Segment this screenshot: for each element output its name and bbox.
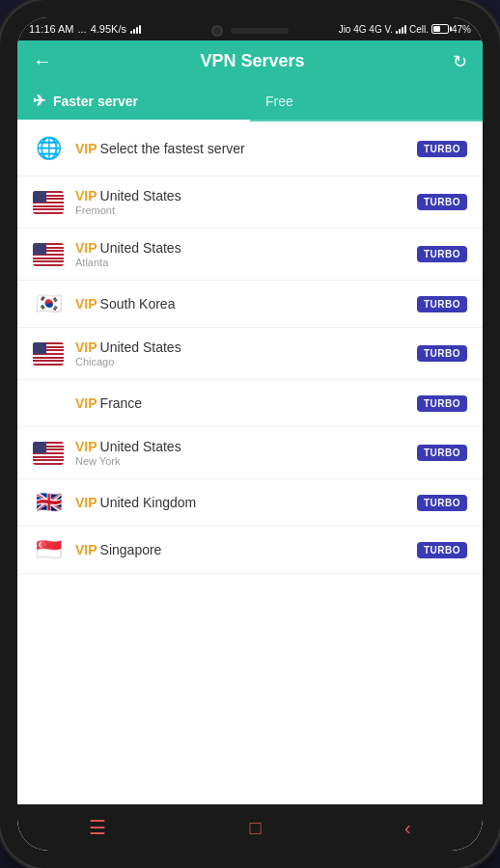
server-item-us-chicago[interactable]: VIPUnited States Chicago TURBO	[17, 328, 483, 380]
server-item-us-atlanta[interactable]: VIPUnited States Atlanta TURBO	[17, 229, 483, 281]
server-sublabel-us-chicago: Chicago	[75, 356, 405, 367]
turbo-badge-uk: TURBO	[417, 495, 467, 511]
server-item-sg[interactable]: 🇸🇬 VIPSingapore TURBO	[17, 527, 483, 574]
vip-label-sg: VIP	[75, 542, 97, 557]
flag-fr	[33, 392, 64, 415]
nav-home-button[interactable]: □	[231, 809, 281, 847]
back-button[interactable]: ←	[33, 50, 52, 72]
server-item-uk[interactable]: 🇬🇧 VIPUnited Kingdom TURBO	[17, 479, 483, 527]
globe-icon: 🌐	[33, 133, 64, 164]
flag-us-atlanta	[33, 243, 64, 266]
camera-dot	[211, 25, 223, 37]
turbo-badge-us-atlanta: TURBO	[417, 246, 467, 262]
server-title-kr: South Korea	[100, 296, 176, 312]
tab-faster[interactable]: ✈ Faster server	[17, 82, 250, 120]
server-name-uk: VIPUnited Kingdom	[75, 495, 405, 510]
server-info-us-chicago: VIPUnited States Chicago	[75, 339, 405, 367]
server-info-kr: VIPSouth Korea	[75, 296, 405, 312]
server-info-fastest: VIPSelect the fastest server	[75, 141, 405, 156]
server-name-fastest: VIPSelect the fastest server	[75, 141, 405, 156]
flag-kr: 🇰🇷	[33, 292, 64, 315]
header-title: VPN Servers	[200, 51, 304, 71]
nav-back-button[interactable]: ‹	[385, 809, 431, 847]
server-info-sg: VIPSingapore	[75, 542, 405, 557]
faster-icon: ✈	[33, 92, 45, 110]
turbo-badge-sg: TURBO	[417, 542, 467, 558]
server-info-uk: VIPUnited Kingdom	[75, 495, 405, 510]
server-sublabel-us-fremont: Fremont	[75, 204, 405, 216]
server-item-fastest[interactable]: 🌐 VIPSelect the fastest server TURBO	[17, 122, 483, 176]
server-title-uk: United Kingdom	[100, 495, 197, 510]
turbo-badge-kr: TURBO	[417, 296, 467, 312]
vip-label-fr: VIP	[75, 395, 97, 411]
server-title-us-atlanta: United States	[100, 240, 181, 256]
carrier2: Cell.	[409, 24, 429, 35]
battery-percent: 47%	[452, 24, 471, 35]
server-name-kr: VIPSouth Korea	[75, 296, 405, 312]
tabs-bar: ✈ Faster server Free	[17, 82, 483, 122]
tab-faster-label: Faster server	[53, 94, 138, 109]
server-sublabel-us-newyork: New York	[75, 455, 405, 467]
server-title-us-chicago: United States	[100, 339, 181, 355]
turbo-badge-fr: TURBO	[417, 395, 467, 412]
server-title-us-newyork: United States	[100, 439, 181, 454]
nav-menu-button[interactable]: ☰	[69, 808, 125, 847]
turbo-badge-us-fremont: TURBO	[417, 194, 467, 210]
turbo-badge-us-chicago: TURBO	[417, 345, 467, 362]
flag-sg: 🇸🇬	[33, 538, 64, 561]
vip-label-fastest: VIP	[75, 141, 97, 156]
status-dots: ...	[77, 23, 86, 35]
turbo-badge-fastest: TURBO	[417, 141, 467, 157]
flag-us-newyork	[33, 442, 64, 465]
server-name-fr: VIPFrance	[75, 395, 405, 411]
status-right: Jio 4G 4G V. Cell. 47%	[339, 24, 471, 35]
camera-bar	[211, 25, 289, 37]
signal-bar-6	[399, 29, 401, 34]
vip-label-kr: VIP	[75, 296, 97, 312]
server-name-us-atlanta: VIPUnited States	[75, 240, 405, 256]
flag-uk: 🇬🇧	[33, 491, 64, 514]
flag-us-fremont	[33, 191, 64, 214]
signal-bar-5	[396, 31, 398, 34]
server-info-fr: VIPFrance	[75, 395, 405, 411]
server-name-sg: VIPSingapore	[75, 542, 405, 557]
server-sublabel-us-atlanta: Atlanta	[75, 257, 405, 268]
speaker	[231, 28, 289, 34]
server-item-us-newyork[interactable]: VIPUnited States New York TURBO	[17, 427, 483, 479]
vip-label-us-chicago: VIP	[75, 339, 97, 355]
turbo-badge-us-newyork: TURBO	[417, 445, 467, 461]
server-title-fastest: Select the fastest server	[100, 141, 245, 156]
signal-bars-2	[396, 24, 406, 34]
flag-us-chicago	[33, 342, 64, 366]
signal-bar-8	[404, 25, 406, 34]
server-info-us-newyork: VIPUnited States New York	[75, 439, 405, 467]
battery-icon	[431, 24, 449, 34]
signal-bar-3	[136, 27, 138, 34]
server-title-us-fremont: United States	[100, 188, 181, 203]
server-name-us-chicago: VIPUnited States	[75, 339, 405, 355]
status-left: 11:16 AM ... 4.95K/s	[29, 23, 141, 35]
carrier1: Jio 4G 4G V.	[339, 24, 393, 35]
server-title-sg: Singapore	[100, 542, 162, 557]
signal-bar-4	[139, 25, 141, 34]
tab-free-label: Free	[265, 94, 293, 109]
server-item-us-fremont[interactable]: VIPUnited States Fremont TURBO	[17, 176, 483, 229]
bottom-nav: ☰ □ ‹	[17, 804, 483, 851]
battery-fill	[433, 26, 440, 32]
vip-label-us-fremont: VIP	[75, 188, 97, 203]
vip-label-us-atlanta: VIP	[75, 240, 97, 256]
vip-label-us-newyork: VIP	[75, 439, 97, 454]
server-item-fr[interactable]: VIPFrance TURBO	[17, 380, 483, 427]
server-item-kr[interactable]: 🇰🇷 VIPSouth Korea TURBO	[17, 281, 483, 328]
tab-free[interactable]: Free	[250, 82, 483, 120]
refresh-button[interactable]: ↻	[453, 51, 467, 72]
phone-frame: 11:16 AM ... 4.95K/s Jio 4G 4G V.	[0, 0, 500, 868]
vip-label-uk: VIP	[75, 495, 97, 510]
server-list: 🌐 VIPSelect the fastest server TURBO VIP…	[17, 122, 483, 804]
signal-bars	[130, 24, 141, 34]
phone-screen: 11:16 AM ... 4.95K/s Jio 4G 4G V.	[17, 17, 483, 851]
app-header: ← VPN Servers ↻	[17, 41, 483, 82]
status-speed: 4.95K/s	[91, 23, 126, 35]
signal-bar-7	[402, 27, 403, 34]
server-name-us-fremont: VIPUnited States	[75, 188, 405, 203]
